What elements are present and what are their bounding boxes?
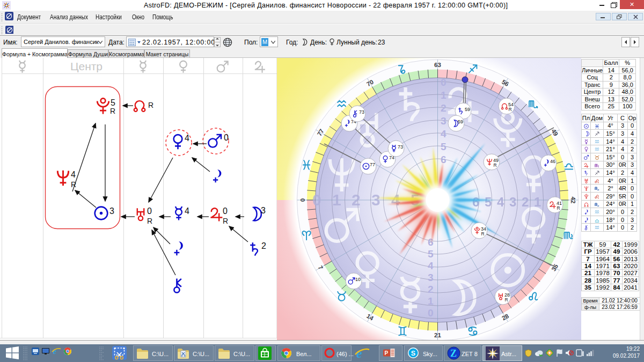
svg-text:3: 3	[371, 191, 380, 209]
svg-text:R: R	[147, 217, 152, 225]
svg-text:3: 3	[428, 272, 434, 283]
svg-text:1: 1	[441, 90, 447, 101]
svg-text:63: 63	[434, 62, 441, 68]
svg-text:5: 5	[441, 141, 447, 152]
svg-text:4: 4	[185, 134, 189, 143]
svg-text:46: 46	[550, 159, 555, 164]
svg-text:Центр: Центр	[70, 60, 103, 72]
svg-text:2: 2	[428, 284, 434, 295]
svg-text:R: R	[148, 101, 153, 109]
svg-text:73: 73	[359, 109, 364, 115]
svg-text:21: 21	[434, 332, 441, 338]
svg-text:73: 73	[398, 144, 403, 150]
svg-text:4: 4	[185, 206, 189, 216]
svg-text:10: 10	[355, 277, 361, 282]
svg-text:59: 59	[458, 119, 463, 124]
svg-text:3: 3	[441, 115, 447, 127]
svg-text:59: 59	[465, 107, 470, 112]
svg-text:2: 2	[261, 241, 266, 250]
svg-text:P: P	[385, 350, 389, 356]
svg-text:1: 1	[332, 191, 341, 209]
svg-text:3: 3	[109, 206, 114, 216]
svg-text:1: 1	[534, 195, 541, 209]
svg-text:5: 5	[428, 248, 434, 260]
svg-text:5: 5	[485, 195, 492, 209]
svg-text:2: 2	[522, 195, 529, 209]
svg-text:4: 4	[71, 170, 76, 179]
svg-text:1: 1	[428, 295, 434, 307]
svg-text:0: 0	[299, 198, 306, 202]
svg-text:R: R	[509, 107, 512, 112]
svg-text:R: R	[71, 180, 76, 189]
svg-text:6: 6	[441, 154, 447, 165]
svg-text:S: S	[411, 350, 415, 357]
svg-text:Z: Z	[450, 348, 457, 359]
svg-text:e: e	[53, 347, 57, 356]
svg-text:R: R	[223, 217, 228, 225]
svg-text:R: R	[494, 162, 497, 168]
svg-text:77: 77	[370, 162, 375, 167]
svg-text:4: 4	[428, 260, 434, 271]
svg-text:e: e	[356, 346, 362, 360]
svg-text:4: 4	[441, 128, 447, 139]
svg-text:R: R	[505, 297, 508, 302]
svg-text:3: 3	[509, 195, 516, 209]
svg-text:3: 3	[261, 206, 266, 215]
svg-text:5: 5	[111, 98, 115, 107]
svg-text:0: 0	[147, 206, 152, 216]
svg-text:0: 0	[312, 191, 321, 209]
svg-text:R: R	[481, 231, 485, 237]
svg-text:2: 2	[441, 102, 447, 114]
svg-text:42: 42	[570, 197, 576, 204]
svg-text:R: R	[557, 205, 560, 211]
svg-text:0: 0	[441, 77, 447, 88]
svg-text:4: 4	[497, 195, 504, 209]
svg-text:2: 2	[352, 191, 361, 209]
svg-text:0: 0	[428, 307, 434, 319]
svg-text:0: 0	[224, 133, 229, 142]
svg-text:0: 0	[223, 206, 228, 216]
svg-text:R: R	[110, 107, 115, 115]
